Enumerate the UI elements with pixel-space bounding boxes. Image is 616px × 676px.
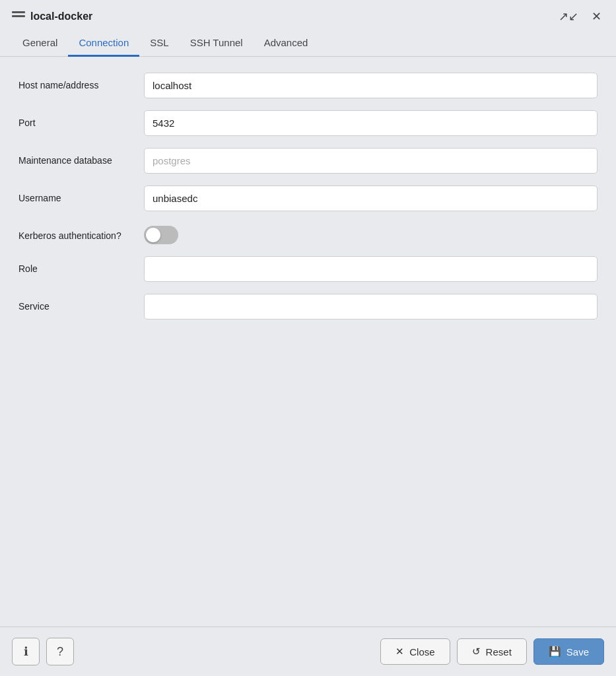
reset-label: Reset [486,646,512,658]
dialog-container: local-docker ↗↙ ✕ General Connection SSL… [0,0,616,676]
maintenance-db-label: Maintenance database [18,148,144,168]
role-label: Role [18,256,144,276]
username-control [144,186,598,211]
username-input[interactable] [144,186,598,211]
maintenance-db-row: Maintenance database [18,148,598,174]
port-control [144,110,598,136]
footer-right: ✕ Close ↺ Reset 💾 Save [380,638,604,665]
kerberos-toggle[interactable] [144,226,178,244]
footer-left: ℹ ? [12,638,74,665]
save-icon: 💾 [549,646,561,658]
port-row: Port [18,110,598,136]
tab-ssh-tunnel[interactable]: SSH Tunnel [180,30,254,57]
titlebar-actions: ↗↙ ✕ [556,9,604,24]
info-button[interactable]: ℹ [12,638,40,665]
maintenance-db-input[interactable] [144,148,598,174]
reset-button[interactable]: ↺ Reset [457,638,527,665]
help-icon: ? [57,645,63,659]
tab-connection[interactable]: Connection [68,30,139,57]
footer: ℹ ? ✕ Close ↺ Reset 💾 Save [0,626,616,676]
hostname-label: Host name/address [18,73,144,92]
tab-advanced[interactable]: Advanced [254,30,319,57]
close-label: Close [409,646,434,658]
service-label: Service [18,294,144,314]
help-button[interactable]: ? [46,638,74,665]
service-row: Service [18,294,598,320]
info-icon: ℹ [24,644,28,659]
kerberos-control [144,223,598,244]
tab-ssl[interactable]: SSL [139,30,179,57]
tab-general[interactable]: General [12,30,68,57]
close-icon: ✕ [395,646,404,658]
expand-button[interactable]: ↗↙ [556,9,581,24]
save-label: Save [566,646,589,658]
save-button[interactable]: 💾 Save [533,638,604,665]
titlebar: local-docker ↗↙ ✕ [0,0,616,30]
titlebar-left: local-docker [12,11,92,22]
role-input[interactable] [144,256,598,282]
kerberos-row: Kerberos authentication? [18,223,598,244]
port-label: Port [18,110,144,130]
service-control [144,294,598,320]
username-label: Username [18,186,144,205]
database-icon [12,11,25,22]
reset-icon: ↺ [472,646,481,658]
form-content: Host name/address Port Maintenance datab… [0,57,616,626]
close-window-button[interactable]: ✕ [589,9,604,24]
username-row: Username [18,186,598,211]
hostname-input[interactable] [144,73,598,98]
kerberos-label: Kerberos authentication? [18,223,144,243]
close-button[interactable]: ✕ Close [380,638,450,665]
tabs-bar: General Connection SSL SSH Tunnel Advanc… [0,30,616,57]
toggle-slider [144,226,178,244]
service-input[interactable] [144,294,598,320]
role-row: Role [18,256,598,282]
hostname-control [144,73,598,98]
role-control [144,256,598,282]
port-input[interactable] [144,110,598,136]
hostname-row: Host name/address [18,73,598,98]
maintenance-db-control [144,148,598,174]
dialog-title: local-docker [30,11,92,22]
